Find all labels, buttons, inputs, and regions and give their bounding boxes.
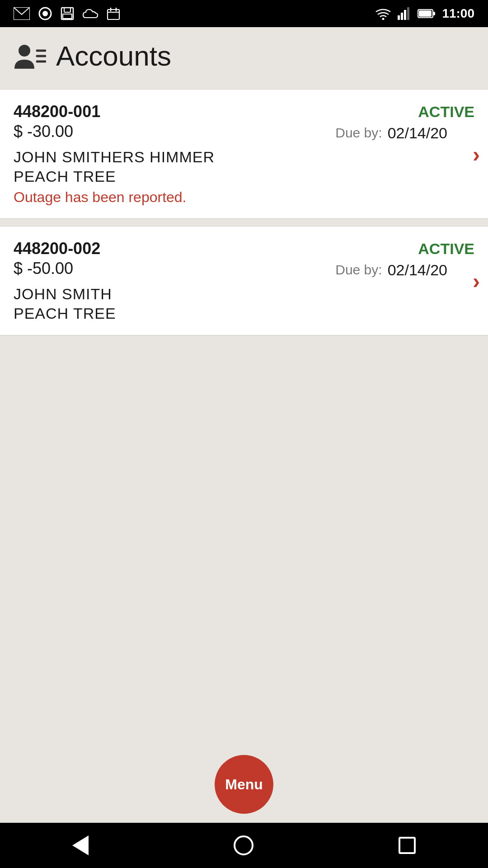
account-1-due-label: Due by: bbox=[335, 125, 382, 141]
account-2-name: JOHN SMITH bbox=[14, 285, 474, 303]
svg-point-18 bbox=[19, 45, 30, 57]
gmail-icon bbox=[14, 7, 30, 20]
page-header: Accounts bbox=[0, 27, 488, 81]
svg-rect-6 bbox=[108, 9, 119, 19]
page-title: Accounts bbox=[56, 40, 171, 72]
account-2-due-section: Due by: 02/14/20 bbox=[335, 261, 447, 279]
menu-button-container: Menu bbox=[215, 755, 273, 814]
svg-rect-12 bbox=[401, 13, 403, 20]
svg-rect-11 bbox=[398, 15, 400, 20]
svg-rect-5 bbox=[63, 14, 72, 19]
home-button[interactable] bbox=[234, 835, 253, 855]
account-2-chevron: › bbox=[473, 269, 480, 293]
signal-icon bbox=[398, 7, 411, 20]
svg-rect-4 bbox=[64, 8, 70, 12]
account-1-row2: $ -30.00 Due by: 02/14/20 bbox=[14, 122, 474, 144]
battery-icon bbox=[418, 8, 436, 19]
svg-rect-16 bbox=[433, 12, 435, 15]
account-2-location: PEACH TREE bbox=[14, 305, 474, 322]
svg-rect-14 bbox=[407, 7, 409, 20]
account-1-balance: $ -30.00 bbox=[14, 122, 73, 141]
account-2-balance: $ -50.00 bbox=[14, 259, 73, 278]
status-bar-right: 11:00 bbox=[375, 6, 474, 21]
account-2-status: ACTIVE bbox=[418, 240, 474, 258]
account-1-due-section: Due by: 02/14/20 bbox=[335, 124, 447, 142]
cloud-icon bbox=[82, 8, 99, 19]
save-icon bbox=[61, 7, 74, 20]
navigation-bar bbox=[0, 823, 488, 868]
account-2-row1: 448200-002 ACTIVE bbox=[14, 239, 474, 258]
status-bar: 11:00 bbox=[0, 0, 488, 27]
account-1-name: JOHN SMITHERS HIMMER bbox=[14, 148, 474, 166]
menu-button[interactable]: Menu bbox=[215, 755, 273, 814]
account-1-status: ACTIVE bbox=[418, 103, 474, 121]
account-1-location: PEACH TREE bbox=[14, 168, 474, 185]
account-2-row2: $ -50.00 Due by: 02/14/20 bbox=[14, 259, 474, 281]
account-card-1[interactable]: 448200-001 ACTIVE $ -30.00 Due by: 02/14… bbox=[0, 89, 488, 219]
account-card-2[interactable]: 448200-002 ACTIVE $ -50.00 Due by: 02/14… bbox=[0, 226, 488, 335]
account-2-number: 448200-002 bbox=[14, 239, 100, 258]
back-button[interactable] bbox=[72, 835, 89, 855]
svg-point-10 bbox=[382, 18, 385, 20]
svg-rect-13 bbox=[404, 10, 406, 20]
recent-apps-button[interactable] bbox=[399, 837, 416, 854]
account-2-due-date: 02/14/20 bbox=[388, 261, 447, 279]
record-icon bbox=[38, 6, 52, 21]
account-1-chevron: › bbox=[473, 142, 480, 166]
wifi-icon bbox=[375, 7, 391, 20]
svg-rect-17 bbox=[419, 10, 432, 17]
account-1-alert: Outage has been reported. bbox=[14, 189, 474, 206]
account-2-due-label: Due by: bbox=[335, 262, 382, 278]
account-1-row1: 448200-001 ACTIVE bbox=[14, 102, 474, 121]
status-bar-left bbox=[14, 6, 120, 21]
account-1-due-date: 02/14/20 bbox=[388, 124, 447, 142]
calendar-icon bbox=[107, 7, 120, 20]
svg-point-2 bbox=[42, 11, 48, 16]
account-1-number: 448200-001 bbox=[14, 102, 100, 121]
accounts-icon bbox=[14, 42, 46, 70]
status-time: 11:00 bbox=[442, 6, 474, 21]
accounts-list: 448200-001 ACTIVE $ -30.00 Due by: 02/14… bbox=[0, 81, 488, 479]
